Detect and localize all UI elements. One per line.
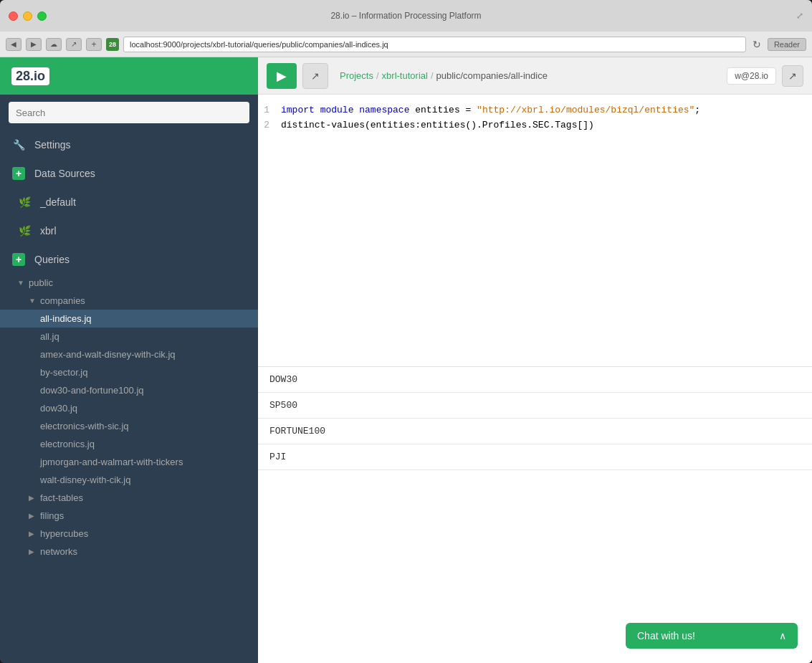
user-display: w@28.io	[727, 67, 776, 85]
main-content: ▶ ↗ Projects / xbrl-tutorial / public/co…	[258, 57, 812, 663]
plus-icon-queries: +	[11, 252, 26, 267]
sidebar: 28.io 🔧 Settings + Data Sources �	[0, 57, 258, 663]
traffic-lights	[9, 11, 47, 21]
result-row-3: PJI	[258, 444, 812, 470]
file-name-7: electronics.jq	[40, 439, 95, 449]
url-bar[interactable]: localhost:9000/projects/xbrl-tutorial/qu…	[123, 37, 746, 52]
expand-icon[interactable]: ⤢	[796, 11, 803, 21]
tree-item-file-8[interactable]: jpmorgan-and-walmart-with-tickers	[0, 453, 258, 471]
arrow-icon-companies: ▼	[29, 297, 36, 305]
tree-item-fact-tables[interactable]: ▶ fact-tables	[0, 489, 258, 507]
favicon: 28	[106, 38, 119, 51]
chat-label: Chat with us!	[637, 630, 695, 641]
titlebar: 28.io – Information Processing Platform …	[0, 0, 812, 32]
code-line-2: 2 distinct-values(entities:entities().Pr…	[258, 118, 812, 133]
file-name-6: electronics-with-sic.jq	[40, 421, 129, 431]
tree-item-filings[interactable]: ▶ filings	[0, 507, 258, 525]
plus-icon-datasources: +	[11, 166, 26, 181]
sidebar-item-xbrl[interactable]: 🌿 xbrl	[0, 216, 258, 245]
close-button[interactable]	[9, 11, 18, 21]
back-button[interactable]: ◀	[6, 38, 22, 51]
arrow-icon-hypercubes: ▶	[29, 530, 36, 538]
minimize-button[interactable]	[23, 11, 32, 21]
tree-item-hypercubes[interactable]: ▶ hypercubes	[0, 525, 258, 543]
tree-item-companies[interactable]: ▼ companies	[0, 292, 258, 310]
results-area: DOW30 SP500 FORTUNE100 PJI	[258, 367, 812, 663]
default-label: _default	[40, 196, 76, 208]
content-wrapper: ▶ ↗ Projects / xbrl-tutorial / public/co…	[258, 57, 812, 663]
line-code-1: import module namespace entities = "http…	[281, 103, 812, 118]
window-title: 28.io – Information Processing Platform	[330, 11, 481, 21]
file-name-3: by-sector.jq	[40, 367, 87, 378]
logo: 28.io	[11, 67, 49, 85]
breadcrumb-sep2: /	[431, 70, 434, 81]
new-tab-button[interactable]: +	[86, 38, 102, 51]
tree-item-file-3[interactable]: by-sector.jq	[0, 363, 258, 381]
sidebar-item-queries[interactable]: + Queries	[0, 245, 258, 274]
maximize-button[interactable]	[37, 11, 47, 21]
result-value-1: SP500	[269, 400, 297, 411]
networks-label: networks	[40, 546, 77, 557]
arrow-icon-public: ▼	[17, 279, 24, 287]
breadcrumb-sep1: /	[376, 70, 379, 81]
tree-item-file-5[interactable]: dow30.jq	[0, 399, 258, 417]
code-line-1: 1 import module namespace entities = "ht…	[258, 103, 812, 118]
browser-toolbar: ◀ ▶ ☁ ↗ + 28 localhost:9000/projects/xbr…	[0, 32, 812, 57]
xbrl-label: xbrl	[40, 225, 57, 237]
datasources-label: Data Sources	[34, 168, 95, 179]
tree-item-file-0[interactable]: all-indices.jq	[0, 310, 258, 328]
user-email: w@28.io	[735, 71, 768, 81]
result-row-1: SP500	[258, 393, 812, 419]
editor-toolbar: ▶ ↗ Projects / xbrl-tutorial / public/co…	[258, 57, 812, 95]
file-name-2: amex-and-walt-disney-with-cik.jq	[40, 349, 176, 360]
file-name-4: dow30-and-fortune100.jq	[40, 385, 144, 396]
refresh-button[interactable]: ↻	[750, 38, 763, 51]
sidebar-header: 28.io	[0, 57, 258, 95]
file-name-0: all-indices.jq	[40, 313, 92, 324]
sidebar-item-settings[interactable]: 🔧 Settings	[0, 130, 258, 159]
result-row-2: FORTUNE100	[258, 419, 812, 444]
chat-widget[interactable]: Chat with us! ∧	[626, 623, 798, 649]
tree-item-file-7[interactable]: electronics.jq	[0, 435, 258, 453]
app-window: 28.io – Information Processing Platform …	[0, 0, 812, 663]
chat-chevron-icon: ∧	[779, 630, 786, 641]
external-link-button[interactable]: ↗	[782, 65, 803, 87]
line-code-2: distinct-values(entities:entities().Prof…	[281, 118, 812, 133]
run-button[interactable]: ▶	[267, 63, 297, 89]
arrow-icon-filings: ▶	[29, 512, 36, 520]
sidebar-item-default[interactable]: 🌿 _default	[0, 188, 258, 216]
app-layout: 28.io 🔧 Settings + Data Sources �	[0, 57, 812, 663]
url-text: localhost:9000/projects/xbrl-tutorial/qu…	[130, 40, 388, 49]
result-row-0: DOW30	[258, 367, 812, 393]
settings-label: Settings	[34, 139, 71, 151]
share-button[interactable]: ↗	[66, 38, 82, 51]
leaf-icon-xbrl: 🌿	[17, 224, 32, 238]
tree-item-file-9[interactable]: walt-disney-with-cik.jq	[0, 471, 258, 489]
sidebar-item-datasources[interactable]: + Data Sources	[0, 159, 258, 188]
tree-item-file-6[interactable]: electronics-with-sic.jq	[0, 417, 258, 435]
wrench-icon: 🔧	[11, 138, 26, 152]
breadcrumb-projects[interactable]: Projects	[340, 70, 373, 81]
companies-label: companies	[40, 295, 85, 306]
breadcrumb-xbrl[interactable]: xbrl-tutorial	[382, 70, 428, 81]
tree-item-file-1[interactable]: all.jq	[0, 328, 258, 345]
queries-label: Queries	[34, 254, 70, 265]
file-name-1: all.jq	[40, 331, 59, 342]
search-section	[0, 95, 258, 130]
search-input[interactable]	[9, 102, 249, 123]
line-number-2: 2	[258, 118, 281, 133]
filings-label: filings	[40, 510, 64, 521]
save-icon-button[interactable]: ↗	[302, 63, 328, 89]
tree-item-public[interactable]: ▼ public	[0, 274, 258, 292]
file-name-9: walt-disney-with-cik.jq	[40, 474, 130, 485]
logo-number: 28	[16, 69, 30, 83]
cloud-button[interactable]: ☁	[46, 38, 62, 51]
result-value-0: DOW30	[269, 374, 297, 385]
tree-item-file-2[interactable]: amex-and-walt-disney-with-cik.jq	[0, 345, 258, 363]
forward-button[interactable]: ▶	[26, 38, 42, 51]
code-editor[interactable]: 1 import module namespace entities = "ht…	[258, 95, 812, 367]
tree-item-file-4[interactable]: dow30-and-fortune100.jq	[0, 381, 258, 399]
reader-button[interactable]: Reader	[768, 38, 806, 51]
tree-item-networks[interactable]: ▶ networks	[0, 543, 258, 561]
fact-tables-label: fact-tables	[40, 492, 83, 503]
